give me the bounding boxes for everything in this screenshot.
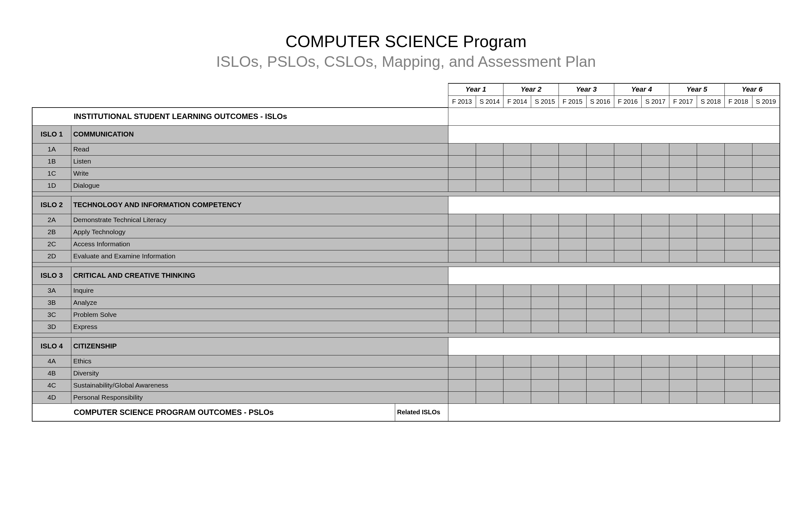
term-cell — [559, 367, 586, 379]
islo-item-code: 4B — [32, 367, 71, 379]
term-cell — [752, 214, 780, 226]
term-cell — [752, 143, 780, 155]
islo-item-code: 3D — [32, 321, 71, 333]
islo-item-code: 4D — [32, 391, 71, 403]
islo-group-row: ISLO 1COMMUNICATION — [32, 125, 780, 143]
islo-item-code: 3A — [32, 284, 71, 297]
term-cell — [752, 167, 780, 179]
term-cell — [697, 167, 724, 179]
term-cell — [559, 309, 586, 321]
group-spacer — [32, 333, 780, 337]
term-cell — [697, 179, 724, 192]
group-spacer — [32, 192, 780, 196]
term-cell — [504, 250, 531, 262]
term-cell — [752, 391, 780, 403]
term-cell — [504, 367, 531, 379]
term-header: S 2015 — [531, 95, 559, 107]
related-islos-header: Related ISLOs — [395, 403, 448, 421]
islo-section-heading-row: INSTITUTIONAL STUDENT LEARNING OUTCOMES … — [32, 107, 780, 125]
term-cell — [752, 226, 780, 238]
term-cell — [448, 391, 476, 403]
islo-item-row: 4AEthics — [32, 355, 780, 367]
term-cell — [531, 355, 559, 367]
term-cell — [614, 367, 642, 379]
term-header: F 2016 — [614, 95, 642, 107]
term-header: F 2015 — [559, 95, 586, 107]
term-cell — [586, 297, 614, 309]
term-cell — [504, 179, 531, 192]
term-cell — [559, 284, 586, 297]
term-cell — [448, 284, 476, 297]
islo-item-row: 2ADemonstrate Technical Literacy — [32, 214, 780, 226]
term-cell — [642, 250, 669, 262]
islo-item-code: 2A — [32, 214, 71, 226]
term-cell — [476, 214, 504, 226]
term-cell — [476, 155, 504, 167]
term-cell — [614, 309, 642, 321]
term-cell — [614, 226, 642, 238]
assessment-table: Year 1 Year 2 Year 3 Year 4 Year 5 Year … — [32, 83, 780, 422]
term-cell — [642, 379, 669, 391]
term-cell — [559, 391, 586, 403]
term-cell — [476, 367, 504, 379]
term-cell — [448, 309, 476, 321]
term-cell — [642, 155, 669, 167]
islo-item-label: Read — [71, 143, 448, 155]
term-cell — [669, 179, 697, 192]
term-cell — [586, 321, 614, 333]
term-cell — [614, 143, 642, 155]
term-cell — [531, 284, 559, 297]
term-cell — [476, 391, 504, 403]
term-header: S 2014 — [476, 95, 504, 107]
term-cell — [448, 355, 476, 367]
term-cell — [669, 238, 697, 250]
term-cell — [476, 309, 504, 321]
term-cell — [669, 321, 697, 333]
term-cell — [559, 238, 586, 250]
term-cell — [559, 214, 586, 226]
term-cell — [504, 309, 531, 321]
term-cell — [476, 167, 504, 179]
term-cell — [504, 238, 531, 250]
term-cell — [752, 155, 780, 167]
islo-item-row: 4DPersonal Responsibility — [32, 391, 780, 403]
term-cell — [697, 297, 724, 309]
term-cell — [504, 155, 531, 167]
islo-group-row: ISLO 3CRITICAL AND CREATIVE THINKING — [32, 267, 780, 284]
term-cell — [697, 214, 724, 226]
term-cell — [448, 167, 476, 179]
islo-item-label: Ethics — [71, 355, 448, 367]
term-cell — [559, 250, 586, 262]
term-cell — [724, 297, 752, 309]
term-cell — [586, 355, 614, 367]
term-cell — [448, 321, 476, 333]
term-cell — [559, 226, 586, 238]
term-cell — [476, 143, 504, 155]
islo-item-code: 2B — [32, 226, 71, 238]
term-cell — [448, 250, 476, 262]
term-cell — [724, 367, 752, 379]
term-header: S 2017 — [642, 95, 669, 107]
term-header: F 2018 — [724, 95, 752, 107]
term-cell — [448, 238, 476, 250]
term-cell — [586, 214, 614, 226]
term-cell — [448, 155, 476, 167]
islo-item-label: Dialogue — [71, 179, 448, 192]
term-cell — [476, 297, 504, 309]
term-cell — [531, 143, 559, 155]
term-cell — [586, 238, 614, 250]
term-cell — [448, 179, 476, 192]
term-cell — [448, 297, 476, 309]
term-cell — [504, 214, 531, 226]
islo-item-code: 3B — [32, 297, 71, 309]
term-cell — [614, 284, 642, 297]
year-header: Year 2 — [504, 84, 559, 95]
term-cell — [752, 284, 780, 297]
term-cell — [531, 367, 559, 379]
term-cell — [642, 214, 669, 226]
term-cell — [614, 321, 642, 333]
term-cell — [504, 321, 531, 333]
term-cell — [724, 284, 752, 297]
term-cell — [724, 321, 752, 333]
islo-code: ISLO 2 — [32, 196, 71, 214]
